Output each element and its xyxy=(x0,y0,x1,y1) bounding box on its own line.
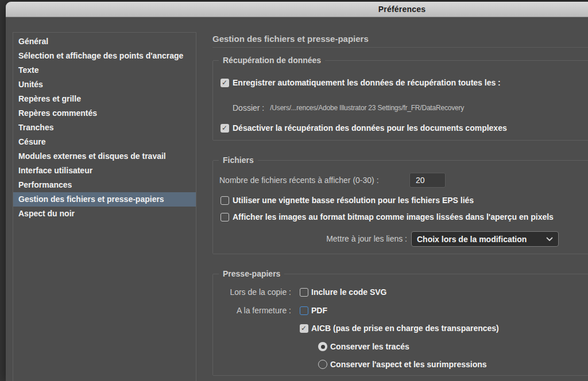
pdf-checkbox[interactable] xyxy=(300,306,308,315)
preferences-dialog: Préférences Général Sélection et afficha… xyxy=(6,2,588,381)
preserve-paths-row: Conserver les tracés xyxy=(318,341,409,352)
autosave-label: Enregistrer automatiquement les données … xyxy=(233,78,501,87)
folder-label: Dossier : xyxy=(233,103,264,112)
preserve-paths-label: Conserver les tracés xyxy=(330,342,409,351)
recent-files-input[interactable]: 20 xyxy=(409,173,446,188)
include-svg-checkbox[interactable] xyxy=(300,288,308,297)
preserve-appearance-radio[interactable] xyxy=(318,360,327,369)
group-data-recovery: Récupération de données Enregistrer auto… xyxy=(212,60,588,141)
on-quit-label: A la fermeture : xyxy=(213,305,291,316)
folder-row: Dossier : /Users/...rences/Adobe Illustr… xyxy=(233,102,464,114)
preserve-appearance-row: Conserver l'aspect et les surimpressions xyxy=(318,359,487,370)
sidebar-item-cesure[interactable]: Césure xyxy=(13,135,196,149)
update-links-select[interactable]: Choix lors de la modification xyxy=(411,231,559,247)
page-title-divider xyxy=(212,47,588,48)
sidebar-item-texte[interactable]: Texte xyxy=(13,63,196,77)
autosave-row: Enregistrer automatiquement les données … xyxy=(220,77,501,88)
bitmap-preview-row: Afficher les images au format bitmap com… xyxy=(220,211,554,223)
include-svg-row: Inclure le code SVG xyxy=(300,286,387,298)
sidebar-item-general[interactable]: Général xyxy=(13,34,196,49)
preserve-appearance-label: Conserver l'aspect et les surimpressions xyxy=(330,360,487,369)
include-svg-label: Inclure le code SVG xyxy=(311,287,387,297)
update-links-label: Mettre à jour les liens : xyxy=(213,233,407,244)
group-files: Fichiers Nombre de fichiers récents à af… xyxy=(212,160,588,254)
preserve-paths-radio[interactable] xyxy=(318,342,327,351)
disable-complex-row: Désactiver la récupération des données p… xyxy=(220,122,507,134)
disable-complex-label: Désactiver la récupération des données p… xyxy=(233,123,507,133)
sidebar-item-reperes-commentes[interactable]: Repères commentés xyxy=(13,106,196,120)
group-clipboard-legend: Presse-papiers xyxy=(219,269,284,278)
aicb-checkbox[interactable] xyxy=(300,324,308,333)
aicb-row: AICB (pas de prise en charge des transpa… xyxy=(300,322,499,334)
autosave-checkbox[interactable] xyxy=(220,79,229,87)
sidebar-item-performances[interactable]: Performances xyxy=(13,178,196,192)
sidebar-item-gestion-fichiers[interactable]: Gestion des fichiers et presse-papiers xyxy=(13,192,196,207)
preferences-category-list: Général Sélection et affichage des point… xyxy=(13,32,196,381)
folder-path: /Users/...rences/Adobe Illustrator 23 Se… xyxy=(270,104,464,112)
sidebar-item-tranches[interactable]: Tranches xyxy=(13,120,196,135)
pdf-label: PDF xyxy=(311,306,327,315)
recent-files-row: Nombre de fichiers récents à afficher (0… xyxy=(219,174,379,186)
window-title: Préférences xyxy=(378,5,425,14)
sidebar-item-reperes-grille[interactable]: Repères et grille xyxy=(13,92,196,106)
update-links-value: Choix lors de la modification xyxy=(417,235,527,244)
page-title: Gestion des fichiers et presse-papiers xyxy=(212,34,369,44)
aicb-label: AICB (pas de prise en charge des transpa… xyxy=(311,324,499,333)
pdf-row: PDF xyxy=(300,305,327,316)
eps-thumbnail-label: Utiliser une vignette basse résolution p… xyxy=(233,196,474,205)
sidebar-item-modules-externes[interactable]: Modules externes et disques de travail xyxy=(13,149,196,164)
group-files-legend: Fichiers xyxy=(219,155,258,165)
bitmap-preview-checkbox[interactable] xyxy=(220,213,229,221)
eps-thumbnail-row: Utiliser une vignette basse résolution p… xyxy=(220,195,474,206)
group-data-recovery-legend: Récupération de données xyxy=(219,56,325,65)
sidebar-item-aspect-du-noir[interactable]: Aspect du noir xyxy=(13,207,196,221)
on-copy-label: Lors de la copie : xyxy=(213,286,291,298)
recent-files-label: Nombre de fichiers récents à afficher (0… xyxy=(219,176,379,185)
titlebar: Préférences xyxy=(6,2,588,17)
eps-thumbnail-checkbox[interactable] xyxy=(220,196,229,205)
bitmap-preview-label: Afficher les images au format bitmap com… xyxy=(233,212,554,221)
disable-complex-checkbox[interactable] xyxy=(220,124,229,133)
sidebar-item-interface-utilisateur[interactable]: Interface utilisateur xyxy=(13,164,196,178)
sidebar-item-unites[interactable]: Unités xyxy=(13,77,196,92)
sidebar-item-selection-ancrage[interactable]: Sélection et affichage des points d'ancr… xyxy=(13,49,196,63)
group-clipboard: Presse-papiers Lors de la copie : Inclur… xyxy=(212,274,588,376)
chevron-down-icon xyxy=(546,237,553,242)
